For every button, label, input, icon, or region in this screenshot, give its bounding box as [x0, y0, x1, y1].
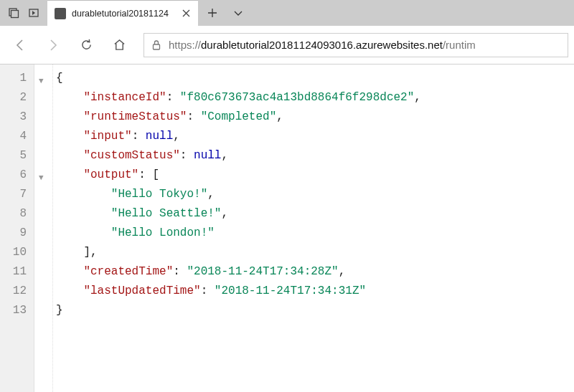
refresh-button[interactable] [72, 31, 100, 59]
code-line: "output": [ [56, 166, 574, 185]
title-buttons [0, 0, 47, 26]
line-number: 13 [0, 301, 27, 320]
code-line: "Hello Seattle!", [56, 204, 574, 224]
line-number: 9 [0, 224, 27, 243]
close-tab-button[interactable] [181, 9, 191, 19]
code-line: } [56, 301, 574, 320]
line-number: 12 [0, 282, 27, 301]
tab-title: durabletutorial20181124 [72, 9, 175, 19]
fold-toggle-icon[interactable]: ▼ [39, 72, 44, 91]
tab-list-button[interactable] [228, 3, 248, 23]
address-bar[interactable]: https://durabletutorial20181124093016.az… [144, 33, 568, 57]
line-number: 6 [0, 166, 27, 185]
svg-rect-3 [154, 44, 160, 49]
fold-column: ▼ ▼ [34, 64, 53, 392]
code-line: "input": null, [56, 127, 574, 146]
new-tab-button[interactable] [202, 3, 222, 23]
favicon-icon [55, 8, 66, 19]
line-gutter: 1 2 3 4 5 6 7 8 9 10 11 12 13 [0, 64, 34, 392]
json-viewer: 1 2 3 4 5 6 7 8 9 10 11 12 13 ▼ ▼ { "ins… [0, 64, 574, 392]
code-line: { [56, 69, 574, 88]
svg-rect-1 [11, 11, 19, 18]
code-line: ], [56, 243, 574, 262]
line-number: 11 [0, 262, 27, 282]
code-line: "instanceId": "f80c673673ac4a13bd8864f6f… [56, 88, 574, 107]
code-line: "lastUpdatedTime": "2018-11-24T17:34:31Z… [56, 282, 574, 301]
line-number: 3 [0, 107, 27, 127]
forward-button[interactable] [39, 31, 67, 59]
code-line: "Hello Tokyo!", [56, 185, 574, 204]
line-number: 8 [0, 204, 27, 224]
line-number: 5 [0, 146, 27, 166]
set-aside-icon[interactable] [26, 5, 42, 21]
url-host: durabletutorial20181124093016.azurewebsi… [201, 39, 443, 51]
code-line: "customStatus": null, [56, 146, 574, 166]
tabs-aside-icon[interactable] [6, 5, 22, 21]
line-number: 7 [0, 185, 27, 204]
line-number: 10 [0, 243, 27, 262]
lock-icon [151, 39, 161, 51]
url-protocol: https:// [169, 39, 201, 51]
code-line: "Hello London!" [56, 224, 574, 243]
tab-actions [198, 0, 253, 26]
fold-toggle-icon[interactable]: ▼ [39, 168, 44, 188]
line-number: 4 [0, 127, 27, 146]
line-number: 2 [0, 88, 27, 107]
line-number: 1 [0, 69, 27, 88]
code-line: "runtimeStatus": "Completed", [56, 107, 574, 127]
address-text[interactable]: https://durabletutorial20181124093016.az… [169, 39, 560, 51]
browser-tab[interactable]: durabletutorial20181124 [47, 0, 198, 26]
nav-bar: https://durabletutorial20181124093016.az… [0, 26, 574, 64]
home-button[interactable] [105, 31, 133, 59]
url-path: /runtim [443, 39, 476, 51]
code-line: "createdTime": "2018-11-24T17:34:28Z", [56, 262, 574, 282]
back-button[interactable] [6, 31, 34, 59]
title-bar: durabletutorial20181124 [0, 0, 574, 26]
code-area[interactable]: { "instanceId": "f80c673673ac4a13bd8864f… [53, 64, 574, 392]
